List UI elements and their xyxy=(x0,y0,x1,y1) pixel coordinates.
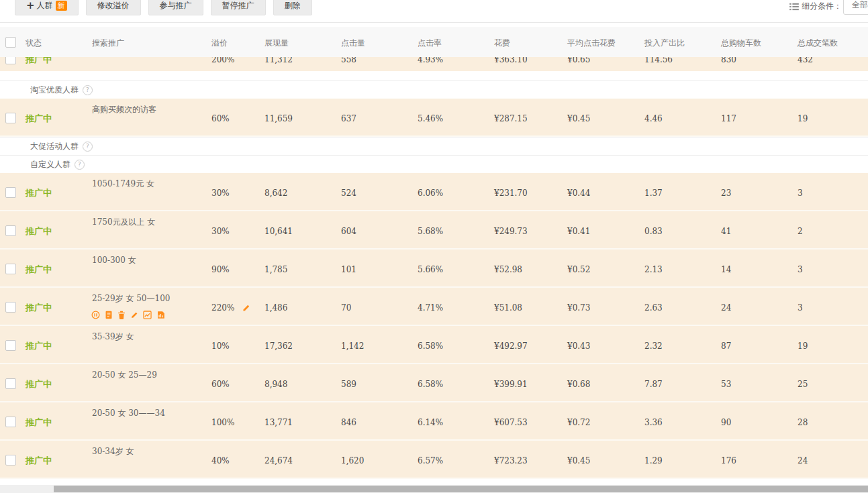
cell-clicks: 524 xyxy=(341,188,356,198)
section-label: 自定义人群 xyxy=(30,159,70,170)
scrollbar-thumb[interactable] xyxy=(54,486,868,492)
audience-name: 20-50 女 30——34 xyxy=(92,408,165,419)
row-checkbox[interactable] xyxy=(5,264,16,274)
cell-orders: 28 xyxy=(798,418,808,427)
cell-premium: 30% xyxy=(211,188,230,198)
cell-ctr: 5.46% xyxy=(418,114,443,123)
row-checkbox[interactable] xyxy=(5,378,16,389)
status-badge: 推广中 xyxy=(26,302,52,314)
row-checkbox[interactable] xyxy=(5,417,16,427)
row-checkbox[interactable] xyxy=(5,455,16,465)
status-badge: 推广中 xyxy=(26,225,52,237)
cell-orders: 2 xyxy=(798,227,803,236)
row-checkbox[interactable] xyxy=(5,57,16,64)
cell-impressions: 8,948 xyxy=(264,380,287,389)
bar-chart-icon[interactable] xyxy=(156,311,165,319)
cell-orders: 19 xyxy=(798,114,808,123)
edit-premium-icon[interactable] xyxy=(242,303,250,315)
horizontal-scrollbar[interactable] xyxy=(0,485,868,493)
row-checkbox[interactable] xyxy=(5,187,16,198)
cell-clicks: 604 xyxy=(341,227,356,236)
notes-icon[interactable] xyxy=(105,311,113,319)
cell-impressions: 24,674 xyxy=(264,456,293,465)
cell-impressions: 11,312 xyxy=(264,57,293,64)
cell-clicks: 637 xyxy=(341,114,356,123)
cell-clicks: 1,620 xyxy=(341,456,364,465)
help-icon[interactable]: ? xyxy=(83,142,93,152)
cell-avg_click_cost: ¥0.73 xyxy=(567,303,590,313)
cell-avg_click_cost: ¥0.72 xyxy=(567,418,590,427)
help-icon[interactable]: ? xyxy=(83,85,93,95)
cell-cost: ¥249.73 xyxy=(494,227,528,236)
cell-premium: 40% xyxy=(211,456,230,465)
cell-roi: 1.29 xyxy=(644,456,663,465)
cell-impressions: 11,659 xyxy=(264,114,293,123)
cell-cost: ¥363.10 xyxy=(494,57,528,64)
delete-icon[interactable] xyxy=(117,311,126,319)
cell-cost: ¥52.98 xyxy=(494,265,522,274)
cell-cost: ¥607.53 xyxy=(494,418,528,427)
cell-impressions: 8,642 xyxy=(264,188,287,198)
cell-premium: 100% xyxy=(211,418,234,427)
row-checkbox[interactable] xyxy=(5,225,16,236)
edit-icon[interactable] xyxy=(130,311,138,319)
cell-premium: 60% xyxy=(211,380,230,389)
cell-premium: 10% xyxy=(211,341,230,351)
cell-avg_click_cost: ¥0.44 xyxy=(567,188,590,198)
cell-clicks: 846 xyxy=(341,418,356,427)
cell-cost: ¥51.08 xyxy=(494,303,522,313)
cell-clicks: 589 xyxy=(341,380,356,389)
cell-carts: 117 xyxy=(721,114,736,123)
cell-ctr: 6.58% xyxy=(418,341,443,351)
audience-name: 1750元及以上 女 xyxy=(92,217,155,228)
cell-impressions: 10,641 xyxy=(264,227,293,236)
audience-row: 推广中20-50 女 30——34100%13,7718466.14%¥607.… xyxy=(0,402,868,441)
audience-name: 高购买频次的访客 xyxy=(92,104,156,115)
cell-carts: 24 xyxy=(721,303,731,313)
audience-row: 推广中1750元及以上 女30%10,6416045.68%¥249.73¥0.… xyxy=(0,211,868,250)
cell-roi: 0.83 xyxy=(644,227,663,236)
cell-carts: 14 xyxy=(721,265,731,274)
cell-clicks: 70 xyxy=(341,303,351,313)
cell-orders: 24 xyxy=(798,456,808,465)
cell-premium: 60% xyxy=(211,114,230,123)
row-action-icons xyxy=(91,311,165,319)
audience-row: 推广中200%11,3125584.93%¥363.10¥0.65114.568… xyxy=(0,57,868,71)
row-checkbox[interactable] xyxy=(5,340,16,351)
status-badge: 推广中 xyxy=(26,113,52,125)
audience-name: 30-34岁 女 xyxy=(92,446,134,457)
cell-orders: 432 xyxy=(798,57,813,64)
cell-premium: 220% xyxy=(211,303,234,313)
cell-impressions: 13,771 xyxy=(264,418,293,427)
pause-icon[interactable] xyxy=(91,311,100,319)
cell-avg_click_cost: ¥0.45 xyxy=(567,114,590,123)
cell-cost: ¥492.97 xyxy=(494,341,528,351)
status-badge: 推广中 xyxy=(26,57,52,66)
help-icon[interactable]: ? xyxy=(75,160,85,170)
cell-ctr: 6.14% xyxy=(418,418,443,427)
row-checkbox[interactable] xyxy=(5,302,16,313)
cell-carts: 53 xyxy=(721,380,731,389)
cell-premium: 200% xyxy=(211,57,234,64)
cell-clicks: 1,142 xyxy=(341,341,364,351)
cell-ctr: 6.57% xyxy=(418,456,443,465)
cell-orders: 25 xyxy=(798,380,808,389)
cell-roi: 2.13 xyxy=(644,265,663,274)
audience-row: 推广中20-50 女 25—2960%8,9485896.58%¥399.91¥… xyxy=(0,364,868,402)
row-checkbox[interactable] xyxy=(5,113,16,123)
section-label: 大促活动人群 xyxy=(30,141,79,152)
cell-orders: 19 xyxy=(798,341,808,351)
cell-avg_click_cost: ¥0.52 xyxy=(567,265,590,274)
audience-row: 推广中25-29岁 女 50—100220%1,486704.71%¥51.08… xyxy=(0,288,868,326)
cell-roi: 2.63 xyxy=(644,303,663,313)
cell-ctr: 5.66% xyxy=(418,265,443,274)
cell-avg_click_cost: ¥0.43 xyxy=(567,341,590,351)
cell-ctr: 4.71% xyxy=(418,303,443,313)
cell-impressions: 1,486 xyxy=(264,303,287,313)
status-badge: 推广中 xyxy=(26,187,52,199)
cell-ctr: 6.06% xyxy=(418,188,443,198)
audience-promotion-page: + 人群 新 修改溢价 参与推广 暂停推广 删除 细分条件： 全部 状态搜索推广… xyxy=(0,0,868,493)
cell-orders: 3 xyxy=(798,303,803,313)
trend-chart-icon[interactable] xyxy=(143,311,152,319)
cell-orders: 3 xyxy=(798,265,803,274)
